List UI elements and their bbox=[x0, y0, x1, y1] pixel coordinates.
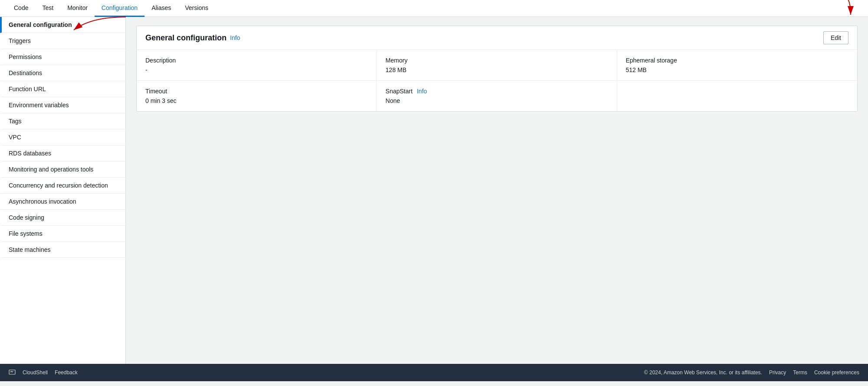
description-cell: Description - bbox=[137, 50, 377, 81]
ephemeral-cell: Ephemeral storage 512 MB bbox=[617, 50, 857, 81]
snapstart-value: None bbox=[385, 97, 608, 104]
general-configuration-panel: General configuration Info Edit Descript… bbox=[136, 26, 858, 112]
timeout-value: 0 min 3 sec bbox=[145, 97, 368, 104]
sidebar-item-code-signing[interactable]: Code signing bbox=[0, 210, 125, 226]
panel-header: General configuration Info Edit bbox=[137, 26, 857, 50]
footer-right: © 2024, Amazon Web Services, Inc. or its… bbox=[644, 370, 859, 376]
sidebar-item-concurrency[interactable]: Concurrency and recursion detection bbox=[0, 178, 125, 194]
snapstart-label-text: SnapStart bbox=[385, 88, 412, 95]
memory-label: Memory bbox=[385, 57, 608, 64]
timeout-label: Timeout bbox=[145, 88, 368, 95]
cloudshell-link[interactable]: CloudShell bbox=[23, 370, 48, 376]
sidebar-item-tags[interactable]: Tags bbox=[0, 113, 125, 129]
snapstart-cell: SnapStart Info None bbox=[377, 81, 617, 111]
top-tab-bar: Code Test Monitor Configuration Aliases … bbox=[0, 0, 868, 17]
config-grid: Description - Memory 128 MB Ephemeral st… bbox=[137, 50, 857, 111]
snapstart-info-link[interactable]: Info bbox=[417, 88, 427, 95]
content-area: General configuration Info Edit Descript… bbox=[126, 17, 868, 364]
main-layout: General configuration Triggers Permissio… bbox=[0, 17, 868, 364]
sidebar-item-async-invocation[interactable]: Asynchronous invocation bbox=[0, 194, 125, 210]
ephemeral-label: Ephemeral storage bbox=[626, 57, 848, 64]
sidebar-item-destinations[interactable]: Destinations bbox=[0, 65, 125, 81]
tab-code[interactable]: Code bbox=[7, 0, 35, 17]
sidebar-item-monitoring-tools[interactable]: Monitoring and operations tools bbox=[0, 162, 125, 178]
snapstart-label: SnapStart Info bbox=[385, 88, 608, 95]
sidebar-item-state-machines[interactable]: State machines bbox=[0, 242, 125, 258]
sidebar-item-vpc[interactable]: VPC bbox=[0, 129, 125, 145]
info-link[interactable]: Info bbox=[230, 34, 240, 41]
panel-title-row: General configuration Info bbox=[145, 33, 240, 43]
footer-left: CloudShell Feedback bbox=[9, 369, 78, 377]
cloudshell-icon bbox=[9, 369, 16, 377]
empty-cell bbox=[617, 81, 857, 111]
panel-title: General configuration bbox=[145, 33, 227, 43]
sidebar-item-permissions[interactable]: Permissions bbox=[0, 49, 125, 65]
memory-value: 128 MB bbox=[385, 66, 608, 73]
description-label: Description bbox=[145, 57, 368, 64]
edit-button[interactable]: Edit bbox=[823, 31, 848, 44]
cookie-link[interactable]: Cookie preferences bbox=[814, 370, 859, 376]
privacy-link[interactable]: Privacy bbox=[769, 370, 786, 376]
memory-cell: Memory 128 MB bbox=[377, 50, 617, 81]
tab-configuration[interactable]: Configuration bbox=[95, 0, 145, 17]
sidebar-item-environment-variables[interactable]: Environment variables bbox=[0, 97, 125, 113]
sidebar: General configuration Triggers Permissio… bbox=[0, 17, 126, 364]
sidebar-item-function-url[interactable]: Function URL bbox=[0, 81, 125, 97]
sidebar-item-rds-databases[interactable]: RDS databases bbox=[0, 145, 125, 162]
tab-aliases[interactable]: Aliases bbox=[145, 0, 178, 17]
sidebar-item-general-configuration[interactable]: General configuration bbox=[0, 17, 125, 33]
ephemeral-value: 512 MB bbox=[626, 66, 848, 73]
sidebar-item-file-systems[interactable]: File systems bbox=[0, 226, 125, 242]
copyright-text: © 2024, Amazon Web Services, Inc. or its… bbox=[644, 370, 762, 376]
tab-test[interactable]: Test bbox=[35, 0, 60, 17]
tab-versions[interactable]: Versions bbox=[178, 0, 215, 17]
description-value: - bbox=[145, 66, 368, 73]
timeout-cell: Timeout 0 min 3 sec bbox=[137, 81, 377, 111]
tab-monitor[interactable]: Monitor bbox=[60, 0, 95, 17]
sidebar-item-triggers[interactable]: Triggers bbox=[0, 33, 125, 49]
terms-link[interactable]: Terms bbox=[793, 370, 807, 376]
feedback-link[interactable]: Feedback bbox=[55, 370, 78, 376]
footer: CloudShell Feedback © 2024, Amazon Web S… bbox=[0, 364, 868, 381]
